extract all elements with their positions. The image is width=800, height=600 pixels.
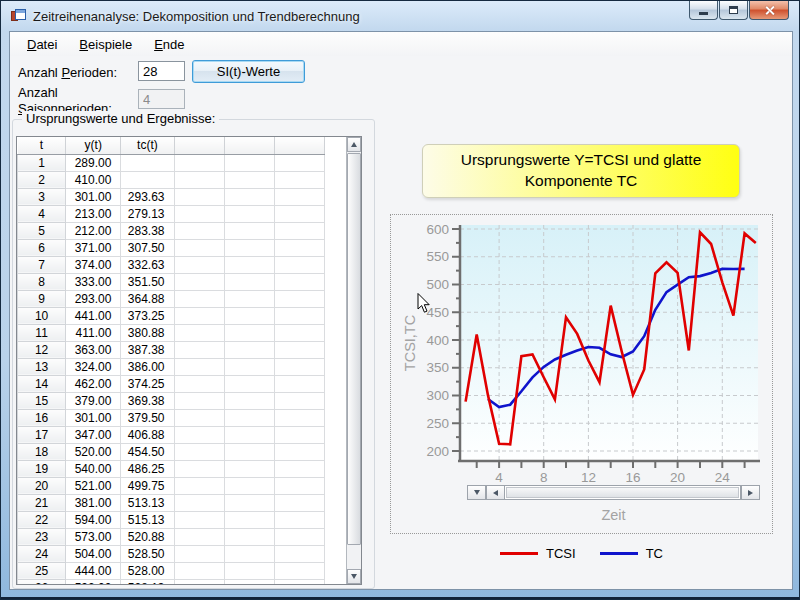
row-header-cell[interactable]: 16: [18, 409, 66, 426]
periods-input[interactable]: [138, 61, 185, 81]
row-header-cell[interactable]: 24: [18, 545, 66, 562]
empty-cell[interactable]: [174, 188, 224, 205]
y-cell[interactable]: 411.00: [66, 324, 121, 341]
empty-cell[interactable]: [224, 375, 274, 392]
empty-cell[interactable]: [174, 545, 224, 562]
empty-cell[interactable]: [274, 358, 324, 375]
empty-cell[interactable]: [274, 494, 324, 511]
y-cell[interactable]: 462.00: [66, 375, 121, 392]
y-cell[interactable]: 520.00: [66, 443, 121, 460]
column-header[interactable]: [174, 137, 224, 154]
row-header-cell[interactable]: 7: [18, 256, 66, 273]
empty-cell[interactable]: [274, 239, 324, 256]
empty-cell[interactable]: [174, 358, 224, 375]
tc-cell[interactable]: 369.38: [121, 392, 174, 409]
empty-cell[interactable]: [224, 239, 274, 256]
empty-cell[interactable]: [274, 171, 324, 188]
empty-cell[interactable]: [174, 290, 224, 307]
empty-cell[interactable]: [174, 375, 224, 392]
chart-scroll-left-button[interactable]: [486, 485, 505, 500]
tc-cell[interactable]: 364.88: [121, 290, 174, 307]
row-header-cell[interactable]: 9: [18, 290, 66, 307]
empty-cell[interactable]: [174, 307, 224, 324]
empty-cell[interactable]: [224, 256, 274, 273]
empty-cell[interactable]: [224, 188, 274, 205]
empty-cell[interactable]: [224, 494, 274, 511]
empty-cell[interactable]: [274, 528, 324, 545]
row-header-cell[interactable]: 21: [18, 494, 66, 511]
y-cell[interactable]: 504.00: [66, 545, 121, 562]
tc-cell[interactable]: 283.38: [121, 222, 174, 239]
empty-cell[interactable]: [224, 409, 274, 426]
chart-scroll-track[interactable]: [505, 485, 741, 500]
tc-cell[interactable]: 513.13: [121, 494, 174, 511]
empty-cell[interactable]: [224, 273, 274, 290]
empty-cell[interactable]: [274, 307, 324, 324]
tc-cell[interactable]: 515.13: [121, 511, 174, 528]
tc-cell[interactable]: 454.50: [121, 443, 174, 460]
tc-cell[interactable]: 528.50: [121, 545, 174, 562]
empty-cell[interactable]: [174, 239, 224, 256]
empty-cell[interactable]: [274, 324, 324, 341]
y-cell[interactable]: 347.00: [66, 426, 121, 443]
y-cell[interactable]: 521.00: [66, 477, 121, 494]
y-cell[interactable]: 301.00: [66, 409, 121, 426]
empty-cell[interactable]: [274, 273, 324, 290]
empty-cell[interactable]: [174, 460, 224, 477]
row-header-cell[interactable]: 6: [18, 239, 66, 256]
row-header-cell[interactable]: 18: [18, 443, 66, 460]
tc-cell[interactable]: 387.38: [121, 341, 174, 358]
y-cell[interactable]: 379.00: [66, 392, 121, 409]
tc-cell[interactable]: 528.13: [121, 579, 174, 585]
y-cell[interactable]: 324.00: [66, 358, 121, 375]
y-cell[interactable]: 301.00: [66, 188, 121, 205]
empty-cell[interactable]: [174, 426, 224, 443]
grid-scroll-up-button[interactable]: [347, 137, 361, 152]
results-grid[interactable]: ty(t)tc(t) 1289.002410.003301.00293.6342…: [16, 136, 362, 585]
y-cell[interactable]: 444.00: [66, 562, 121, 579]
menu-item-datei[interactable]: Datei: [16, 34, 68, 55]
titlebar[interactable]: Zeitreihenanalyse: Dekomposition und Tre…: [1, 1, 799, 31]
empty-cell[interactable]: [224, 460, 274, 477]
empty-cell[interactable]: [274, 477, 324, 494]
y-cell[interactable]: 371.00: [66, 239, 121, 256]
empty-cell[interactable]: [274, 392, 324, 409]
row-header-cell[interactable]: 3: [18, 188, 66, 205]
empty-cell[interactable]: [224, 392, 274, 409]
empty-cell[interactable]: [174, 511, 224, 528]
row-header-cell[interactable]: 8: [18, 273, 66, 290]
tc-cell[interactable]: 520.88: [121, 528, 174, 545]
tc-cell[interactable]: 528.00: [121, 562, 174, 579]
empty-cell[interactable]: [224, 528, 274, 545]
row-header-cell[interactable]: 20: [18, 477, 66, 494]
empty-cell[interactable]: [174, 171, 224, 188]
row-header-cell[interactable]: 10: [18, 307, 66, 324]
row-header-cell[interactable]: 5: [18, 222, 66, 239]
empty-cell[interactable]: [174, 494, 224, 511]
grid-vertical-scrollbar[interactable]: [346, 137, 361, 584]
empty-cell[interactable]: [274, 460, 324, 477]
empty-cell[interactable]: [224, 205, 274, 222]
row-header-cell[interactable]: 14: [18, 375, 66, 392]
chart-scroll-dropdown-button[interactable]: [467, 485, 486, 500]
y-cell[interactable]: 381.00: [66, 494, 121, 511]
empty-cell[interactable]: [274, 409, 324, 426]
chart-scroll-right-button[interactable]: [741, 485, 760, 500]
empty-cell[interactable]: [274, 222, 324, 239]
tc-cell[interactable]: [121, 171, 174, 188]
row-header-cell[interactable]: 13: [18, 358, 66, 375]
row-header-cell[interactable]: 26: [18, 579, 66, 585]
empty-cell[interactable]: [174, 273, 224, 290]
tc-cell[interactable]: 307.50: [121, 239, 174, 256]
empty-cell[interactable]: [224, 358, 274, 375]
empty-cell[interactable]: [224, 324, 274, 341]
y-cell[interactable]: 363.00: [66, 341, 121, 358]
grid-scroll-down-button[interactable]: [347, 569, 361, 584]
empty-cell[interactable]: [274, 154, 324, 171]
grid-scroll-thumb[interactable]: [347, 153, 361, 545]
empty-cell[interactable]: [224, 477, 274, 494]
empty-cell[interactable]: [174, 341, 224, 358]
tc-cell[interactable]: 279.13: [121, 205, 174, 222]
empty-cell[interactable]: [224, 307, 274, 324]
empty-cell[interactable]: [174, 579, 224, 585]
